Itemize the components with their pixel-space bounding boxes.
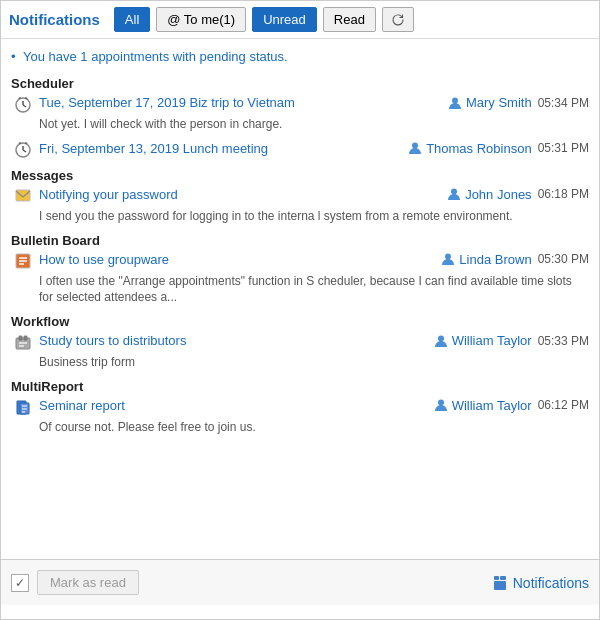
section-workflow: Workflow Study tours to distributors Wil… xyxy=(11,314,589,371)
multireport-icon xyxy=(15,399,33,417)
item-left: How to use groupware xyxy=(15,252,431,271)
user-info: Thomas Robinson xyxy=(408,141,532,156)
alert-dot: • xyxy=(11,49,16,64)
unread-button[interactable]: Unread xyxy=(252,7,317,32)
user-info: Mary Smith xyxy=(448,95,532,110)
item-right: John Jones06:18 PM xyxy=(447,187,589,202)
section-bulletin: Bulletin Board How to use groupware Lind… xyxy=(11,233,589,307)
read-button[interactable]: Read xyxy=(323,7,376,32)
item-description: Not yet. I will check with the person in… xyxy=(15,116,589,133)
item-left: Fri, September 13, 2019 Lunch meeting xyxy=(15,141,398,160)
to-me-button[interactable]: @ To me(1) xyxy=(156,7,246,32)
messages-icon xyxy=(15,188,33,206)
notification-header: Notifications All @ To me(1) Unread Read xyxy=(1,1,599,39)
timestamp: 06:12 PM xyxy=(538,398,589,412)
user-info: Linda Brown xyxy=(441,252,531,267)
section-title-multireport: MultiReport xyxy=(11,379,589,394)
username: John Jones xyxy=(465,187,532,202)
scheduler-icon xyxy=(15,96,33,114)
item-title-link[interactable]: Seminar report xyxy=(39,398,125,413)
svg-rect-16 xyxy=(19,336,22,340)
item-right: William Taylor05:33 PM xyxy=(434,333,589,348)
workflow-icon xyxy=(15,334,33,352)
svg-rect-8 xyxy=(16,190,30,201)
footer-notifications-label: Notifications xyxy=(513,575,589,591)
svg-rect-27 xyxy=(494,576,499,580)
section-title-workflow: Workflow xyxy=(11,314,589,329)
svg-point-26 xyxy=(438,400,444,406)
timestamp: 05:33 PM xyxy=(538,334,589,348)
item-title-link[interactable]: Notifying your password xyxy=(39,187,178,202)
item-right: Linda Brown05:30 PM xyxy=(441,252,589,267)
section-title-messages: Messages xyxy=(11,168,589,183)
svg-point-7 xyxy=(412,143,418,149)
section-scheduler: Scheduler Tue, September 17, 2019 Biz tr… xyxy=(11,76,589,160)
item-right: Mary Smith05:34 PM xyxy=(448,95,589,110)
item-description: Of course not. Please feel free to join … xyxy=(15,419,589,436)
svg-point-14 xyxy=(445,254,451,260)
item-left: Notifying your password xyxy=(15,187,437,206)
item-row: Tue, September 17, 2019 Biz trip to Viet… xyxy=(15,95,589,114)
item-description: Business trip form xyxy=(15,354,589,371)
item-title-link[interactable]: Fri, September 13, 2019 Lunch meeting xyxy=(39,141,268,156)
username: Mary Smith xyxy=(466,95,532,110)
list-item: Tue, September 17, 2019 Biz trip to Viet… xyxy=(11,95,589,133)
list-item: How to use groupware Linda Brown05:30 PM… xyxy=(11,252,589,307)
svg-rect-17 xyxy=(24,336,27,340)
check-icon: ✓ xyxy=(15,576,25,590)
username: William Taylor xyxy=(452,398,532,413)
svg-point-9 xyxy=(451,189,457,195)
item-row: How to use groupware Linda Brown05:30 PM xyxy=(15,252,589,271)
list-item: Seminar report William Taylor06:12 PMOf … xyxy=(11,398,589,436)
section-title-bulletin: Bulletin Board xyxy=(11,233,589,248)
item-description: I often use the "Arrange appointments" f… xyxy=(15,273,589,307)
all-button[interactable]: All xyxy=(114,7,150,32)
item-title-link[interactable]: How to use groupware xyxy=(39,252,169,267)
item-left: Seminar report xyxy=(15,398,424,417)
notifications-icon xyxy=(492,575,508,591)
item-row: Fri, September 13, 2019 Lunch meeting Th… xyxy=(15,141,589,160)
bulletin-icon xyxy=(15,253,33,271)
username: William Taylor xyxy=(452,333,532,348)
item-title-link[interactable]: Tue, September 17, 2019 Biz trip to Viet… xyxy=(39,95,295,110)
content-area: • You have 1 appointments with pending s… xyxy=(1,39,599,559)
select-all-checkbox[interactable]: ✓ xyxy=(11,574,29,592)
alert-text: You have 1 appointments with pending sta… xyxy=(23,49,288,64)
list-item: Study tours to distributors William Tayl… xyxy=(11,333,589,371)
list-item: Notifying your password John Jones06:18 … xyxy=(11,187,589,225)
footer-notifications-link[interactable]: Notifications xyxy=(492,575,589,591)
user-info: John Jones xyxy=(447,187,532,202)
refresh-button[interactable] xyxy=(382,7,414,32)
item-row: Seminar report William Taylor06:12 PM xyxy=(15,398,589,417)
section-title-scheduler: Scheduler xyxy=(11,76,589,91)
item-row: Study tours to distributors William Tayl… xyxy=(15,333,589,352)
timestamp: 05:31 PM xyxy=(538,141,589,155)
footer: ✓ Mark as read Notifications xyxy=(1,559,599,605)
svg-point-20 xyxy=(438,335,444,341)
svg-rect-29 xyxy=(500,576,506,580)
username: Thomas Robinson xyxy=(426,141,532,156)
alert-row: • You have 1 appointments with pending s… xyxy=(11,45,589,70)
item-left: Study tours to distributors xyxy=(15,333,424,352)
item-right: William Taylor06:12 PM xyxy=(434,398,589,413)
section-messages: Messages Notifying your password John Jo… xyxy=(11,168,589,225)
svg-point-3 xyxy=(452,97,458,103)
timestamp: 05:30 PM xyxy=(538,252,589,266)
user-info: William Taylor xyxy=(434,398,532,413)
app-title: Notifications xyxy=(9,11,100,28)
timestamp: 05:34 PM xyxy=(538,96,589,110)
timestamp: 06:18 PM xyxy=(538,187,589,201)
mark-as-read-button[interactable]: Mark as read xyxy=(37,570,139,595)
item-description: I send you the password for logging in t… xyxy=(15,208,589,225)
item-title-link[interactable]: Study tours to distributors xyxy=(39,333,186,348)
scheduler-icon xyxy=(15,142,33,160)
refresh-icon xyxy=(390,12,406,28)
user-info: William Taylor xyxy=(434,333,532,348)
item-left: Tue, September 17, 2019 Biz trip to Viet… xyxy=(15,95,438,114)
item-right: Thomas Robinson05:31 PM xyxy=(408,141,589,156)
section-multireport: MultiReport Seminar report William Taylo… xyxy=(11,379,589,436)
sections-container: Scheduler Tue, September 17, 2019 Biz tr… xyxy=(11,76,589,436)
username: Linda Brown xyxy=(459,252,531,267)
list-item: Fri, September 13, 2019 Lunch meeting Th… xyxy=(11,141,589,160)
svg-rect-28 xyxy=(494,581,506,590)
